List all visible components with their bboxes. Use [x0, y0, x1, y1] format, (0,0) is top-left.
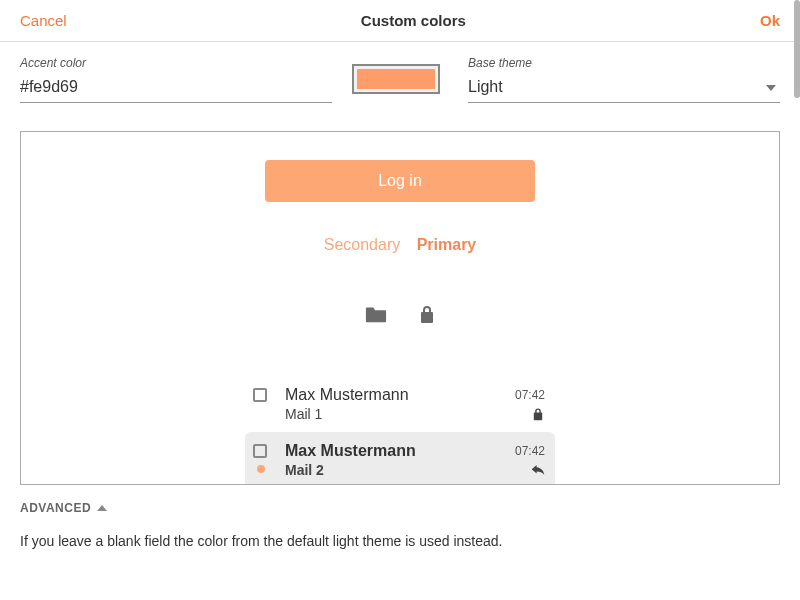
checkbox-icon[interactable] [253, 444, 267, 458]
preview-tab-row: Secondary Primary [21, 236, 779, 254]
base-theme-field-wrap: Base theme [468, 56, 780, 103]
color-form-row: Accent color Base theme [0, 42, 800, 103]
tab-primary[interactable]: Primary [417, 236, 477, 253]
scrollbar[interactable] [794, 0, 800, 98]
folder-icon[interactable] [365, 304, 387, 324]
lock-icon [531, 407, 545, 421]
base-theme-select[interactable] [468, 74, 780, 103]
accent-color-label: Accent color [20, 56, 332, 70]
ok-button[interactable]: Ok [760, 12, 780, 29]
checkbox-icon[interactable] [253, 388, 267, 402]
mail-list: Max Mustermann 07:42 Mail 1 Max Musterma… [245, 376, 555, 485]
advanced-description: If you leave a blank field the color fro… [0, 515, 800, 549]
lock-icon[interactable] [419, 304, 435, 324]
preview-icon-row [21, 304, 779, 328]
advanced-label: ADVANCED [20, 501, 91, 515]
mail-subject: Mail 1 [285, 406, 489, 422]
page-title: Custom colors [361, 12, 466, 29]
advanced-toggle[interactable]: ADVANCED [0, 485, 800, 515]
chevron-up-icon [97, 505, 107, 511]
accent-color-input[interactable] [20, 74, 332, 103]
mail-subject: Mail 2 [285, 462, 489, 478]
accent-color-swatch[interactable] [352, 64, 440, 94]
mail-item[interactable]: Max Mustermann 07:42 Mail 2 [245, 432, 555, 485]
mail-sender: Max Mustermann [285, 386, 489, 404]
login-button[interactable]: Log in [265, 160, 535, 202]
dialog-header: Cancel Custom colors Ok [0, 0, 800, 42]
mail-time: 07:42 [495, 388, 545, 402]
reply-icon [531, 463, 545, 477]
mail-time: 07:42 [495, 444, 545, 458]
tab-secondary[interactable]: Secondary [324, 236, 401, 253]
accent-color-field-wrap: Accent color [20, 56, 332, 103]
cancel-button[interactable]: Cancel [20, 12, 67, 29]
chevron-down-icon[interactable] [766, 85, 776, 91]
accent-color-swatch-wrap [352, 56, 440, 103]
accent-color-swatch-fill [357, 69, 435, 89]
base-theme-label: Base theme [468, 56, 780, 70]
unread-dot [257, 465, 265, 473]
mail-sender: Max Mustermann [285, 442, 489, 460]
mail-item[interactable]: Max Mustermann 07:42 Mail 1 [245, 376, 555, 432]
theme-preview-panel: Log in Secondary Primary Max Mustermann … [20, 131, 780, 485]
